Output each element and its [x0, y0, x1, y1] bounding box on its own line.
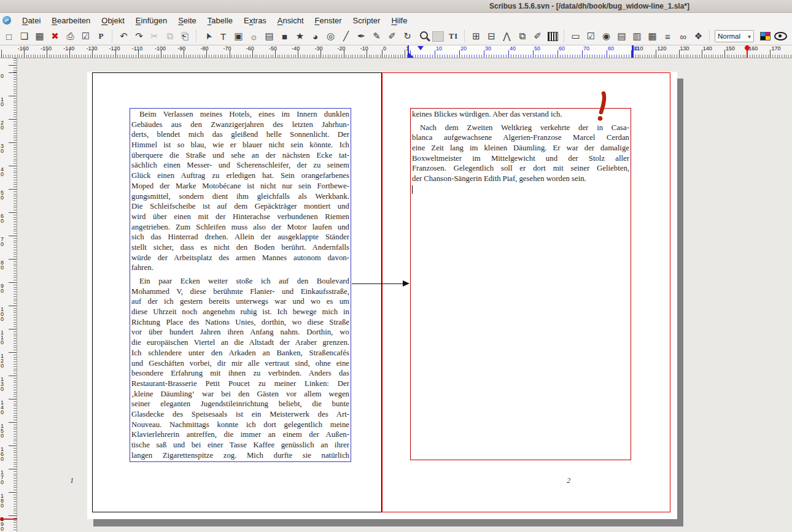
open-document-icon[interactable]: ❏	[17, 29, 32, 44]
text-frame-right-selected[interactable]: keines Blickes würdigen. Aber das versta…	[410, 108, 631, 460]
insert-table-icon[interactable]: ▤	[262, 29, 277, 44]
copy-item-properties-icon: ⧉	[519, 31, 526, 42]
insert-render-frame-icon[interactable]: ☼	[246, 29, 262, 44]
text-line: Gebäudes aus den Zwanzigerjahren des let…	[131, 120, 349, 131]
horizontal-ruler[interactable]: 170160150140130120110100-10-20-30-40-50-…	[0, 45, 792, 58]
v-ruler-label: 90	[1, 283, 5, 293]
link-text-frames-icon[interactable]: ⊞	[468, 29, 484, 44]
save-document-icon: ▦	[35, 31, 44, 42]
pdf-text-field-icon[interactable]: ▤	[614, 29, 629, 44]
print-icon[interactable]: ⎙	[63, 29, 78, 44]
toolbar: □❏▦✖⎙☑P↶↷✂⧉⎗➤T▣☼▤■★◕◎╱✒✎✐↻TI⊞⊟⋀⧉✐▭☑◉▤▥▦≡…	[0, 28, 792, 45]
v-ruler-label: 170	[1, 470, 5, 485]
edit-text-story-editor-icon[interactable]: TI	[446, 29, 461, 44]
paste-icon[interactable]: ⎗	[177, 29, 193, 44]
h-ruler-label: -10	[360, 45, 368, 52]
v-ruler-label: 40	[1, 167, 5, 177]
preflight-verifier-icon[interactable]: ☑	[78, 29, 93, 44]
menu-extras[interactable]: Extras	[239, 15, 271, 26]
text-line: vor über hundert Jahren ihren Anfang nah…	[131, 328, 349, 338]
text-line: besondere Erfahrung mit ihnen zu verbind…	[131, 369, 349, 379]
menu-scripter[interactable]: Scripter	[348, 15, 386, 26]
unlink-text-frames-icon[interactable]: ⊟	[484, 29, 499, 44]
menu-objekt[interactable]: Objekt	[96, 15, 130, 26]
h-ruler-label: -40	[292, 45, 300, 52]
menu-tabelle[interactable]: Tabelle	[203, 15, 238, 26]
text-line: Nouveau. Nachmittags konnte ich dort gel…	[131, 420, 349, 431]
first-line-indent-marker[interactable]	[417, 46, 424, 50]
text-frame-ruler-extent[interactable]: 102030405060708090	[408, 45, 634, 58]
insert-calligraphic-line-icon[interactable]: ✐	[384, 29, 400, 44]
edit-contents-icon[interactable]	[430, 29, 446, 44]
pdf-radio-button-icon[interactable]: ◉	[599, 29, 614, 44]
text-chain-link-arrow	[352, 283, 405, 284]
text-line: der Chanson-Sängerin Edith Piaf, gesehen…	[412, 174, 629, 185]
text-line: Moped der Marke Motobécane ist nicht nur…	[131, 182, 349, 192]
print-icon: ⎙	[66, 31, 74, 42]
zoom-icon[interactable]	[415, 29, 430, 44]
insert-image-frame-icon[interactable]: ▣	[231, 29, 246, 44]
menu-hilfe[interactable]: Hilfe	[386, 15, 412, 26]
redo-icon: ↷	[135, 31, 143, 42]
eye-dropper-icon[interactable]: ✐	[530, 29, 545, 44]
vertical-ruler[interactable]: 0102030405060708090100110120130140150160…	[0, 58, 17, 532]
undo-icon[interactable]: ↶	[116, 29, 131, 44]
insert-line-icon: ╱	[343, 31, 349, 42]
document-canvas: Beim Verlassen meines Hotels, eines im I…	[17, 58, 792, 532]
insert-freehand-line-icon[interactable]: ✎	[369, 29, 384, 44]
insert-text-frame-icon[interactable]: T	[215, 29, 231, 44]
redo-icon[interactable]: ↷	[131, 29, 147, 44]
insert-shape-icon[interactable]: ■	[277, 29, 292, 44]
export-pdf-icon[interactable]: P	[93, 29, 109, 44]
insert-spiral-icon[interactable]: ◎	[323, 29, 338, 44]
close-document-icon[interactable]: ✖	[47, 29, 63, 44]
left-indent-marker[interactable]	[409, 53, 414, 58]
insert-polygon-icon[interactable]: ★	[292, 29, 308, 44]
v-ruler-label: 10	[1, 97, 5, 107]
toggle-color-management-icon	[760, 32, 771, 40]
insert-line-icon[interactable]: ╱	[338, 29, 354, 44]
measurements-icon[interactable]: ⋀	[499, 29, 514, 44]
h-ruler-label: 130	[680, 45, 689, 52]
text-line: Richtung Place des Nations Unies, dorthi…	[131, 318, 349, 328]
insert-barcode-icon[interactable]	[545, 29, 561, 44]
v-ruler-label: 0	[1, 74, 5, 79]
pdf-3d-annotation-icon[interactable]: ❖	[691, 29, 706, 44]
unlink-text-frames-icon: ⊟	[487, 31, 495, 42]
insert-arc-icon[interactable]: ◕	[308, 29, 323, 44]
pdf-check-box-icon[interactable]: ☑	[583, 29, 599, 44]
select-item-icon[interactable]: ➤	[200, 29, 215, 44]
menu-fenster[interactable]: Fenster	[310, 15, 347, 26]
menu-datei[interactable]: Datei	[17, 15, 45, 26]
insert-bezier-icon[interactable]: ✒	[354, 29, 369, 44]
menu-ansicht[interactable]: Ansicht	[273, 15, 309, 26]
copy-item-properties-icon[interactable]: ⧉	[514, 29, 530, 44]
frame-ruler-label: 40	[510, 45, 516, 52]
cut-icon[interactable]: ✂	[147, 29, 162, 44]
text-line: eine Zeit lang im kleinen Däumling. Er w…	[412, 144, 629, 154]
pdf-combo-box-icon[interactable]: ▥	[629, 29, 645, 44]
copy-icon[interactable]: ⧉	[162, 29, 177, 44]
text-frame-left[interactable]: Beim Verlassen meines Hotels, eines im I…	[130, 108, 351, 462]
pdf-push-button-icon[interactable]: ▭	[568, 29, 583, 44]
pdf-link-annotation-icon[interactable]: ∞	[675, 29, 691, 44]
rotate-item-icon[interactable]: ↻	[400, 29, 415, 44]
save-document-icon[interactable]: ▦	[32, 29, 47, 44]
text-line: Klavierlehrerin antreffen, die immer an …	[131, 430, 349, 441]
window-title: Scribus 1.5.6.svn - [/data/dh/book/bug_w…	[393, 0, 786, 12]
frame-ruler-label: 20	[460, 45, 467, 52]
copy-icon: ⧉	[166, 31, 173, 42]
frame-ruler-label: 50	[534, 45, 540, 52]
text-line: derts, blendet mich das gleißend helle S…	[131, 130, 349, 141]
zoom-icon	[420, 31, 428, 39]
menu-einfügen[interactable]: Einfügen	[131, 15, 172, 26]
pdf-text-field-icon: ▤	[617, 31, 626, 42]
preview-quality-dropdown[interactable]: Normal▾	[715, 30, 754, 42]
toggle-color-management-icon[interactable]	[758, 29, 773, 44]
menu-seite[interactable]: Seite	[173, 15, 201, 26]
pdf-text-annotation-icon[interactable]: ≡	[660, 29, 675, 44]
new-document-icon[interactable]: □	[1, 29, 17, 44]
menu-bearbeiten[interactable]: Bearbeiten	[47, 15, 95, 26]
pdf-list-box-icon[interactable]: ▦	[645, 29, 660, 44]
toggle-preview-mode-eye-icon[interactable]	[773, 29, 788, 44]
